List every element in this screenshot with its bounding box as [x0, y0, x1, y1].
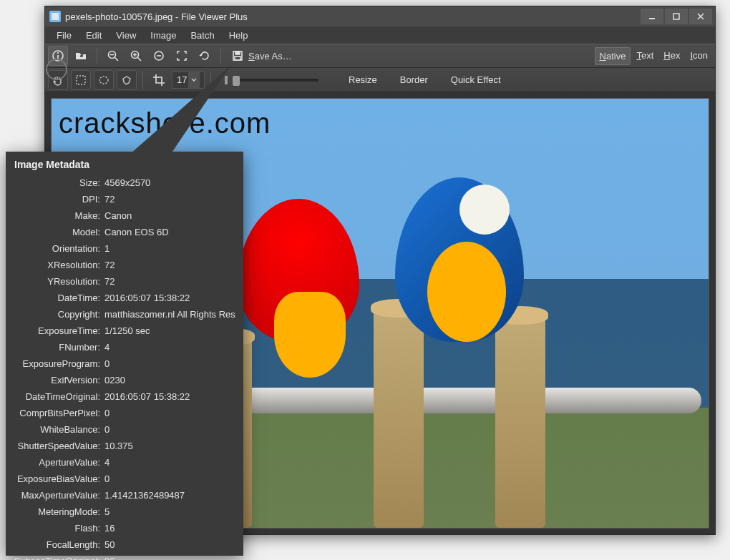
svg-point-7 [57, 52, 59, 54]
view-mode-icon[interactable]: Icon [686, 47, 712, 65]
metadata-value: 10.375 [104, 438, 239, 454]
slider-thumb[interactable] [233, 76, 240, 86]
metadata-key: Make: [10, 207, 104, 224]
metadata-key: DateTime: [10, 290, 104, 306]
view-mode-text[interactable]: Text [632, 47, 658, 65]
metadata-row: DateTimeOriginal:2016:05:07 15:38:22 [10, 388, 239, 405]
metadata-row: FNumber:4 [10, 339, 239, 355]
metadata-key: Size: [10, 175, 104, 191]
metadata-value: 96 [104, 553, 239, 560]
fullscreen-button[interactable] [172, 46, 192, 66]
zoom-slider[interactable] [223, 75, 318, 85]
zoom-in-button[interactable] [126, 46, 146, 66]
menu-batch[interactable]: Batch [183, 28, 221, 43]
metadata-key: MeteringMode: [10, 503, 104, 520]
metadata-value: 1 [104, 240, 239, 257]
ellipse-select-button[interactable] [94, 70, 114, 90]
menu-view[interactable]: View [109, 28, 143, 43]
crop-button[interactable] [149, 70, 169, 90]
metadata-key: ExposureProgram: [10, 355, 104, 372]
svg-line-9 [115, 58, 119, 62]
separator [142, 72, 143, 89]
view-mode-group: Native Text Hex Icon [595, 47, 712, 65]
metadata-key: Copyright: [10, 306, 104, 323]
svg-line-12 [138, 58, 142, 62]
metadata-row: Copyright:matthiaszomer.nl All Rights Re… [10, 306, 239, 323]
metadata-panel: Image Metadata Size:4569x2570DPI:72Make:… [6, 152, 243, 556]
metadata-key: WhiteBalance: [10, 421, 104, 438]
svg-rect-22 [225, 76, 228, 84]
metadata-key: Orientation: [10, 240, 104, 257]
metadata-row: MaxApertureValue:1.41421362489487 [10, 487, 239, 503]
metadata-value: 2016:05:07 15:38:22 [104, 388, 239, 405]
view-mode-native[interactable]: Native [595, 47, 631, 65]
metadata-value: 72 [104, 191, 239, 207]
quick-effect-button[interactable]: Quick Effect [441, 74, 511, 85]
metadata-key: Model: [10, 224, 104, 240]
metadata-value: 72 [104, 257, 239, 273]
titlebar: pexels-photo-100576.jpeg - File Viewer P… [45, 6, 715, 26]
svg-rect-18 [235, 51, 240, 54]
metadata-key: FocalLength: [10, 536, 104, 553]
image-toolbar: 17 Resize Border Quick Effect [45, 68, 715, 92]
metadata-key: MaxApertureValue: [10, 487, 104, 503]
metadata-value: 50 [104, 536, 239, 553]
metadata-row: DPI:72 [10, 191, 239, 207]
metadata-value: 0 [104, 421, 239, 438]
open-button[interactable] [71, 46, 91, 66]
metadata-row: Orientation:1 [10, 240, 239, 257]
metadata-key: DPI: [10, 191, 104, 207]
border-button[interactable]: Border [390, 74, 438, 85]
window-title: pexels-photo-100576.jpeg - File Viewer P… [65, 11, 248, 22]
zoom-reset-button[interactable] [149, 46, 169, 66]
metadata-heading: Image Metadata [10, 159, 239, 170]
metadata-value: 16 [104, 520, 239, 536]
menu-edit[interactable]: Edit [79, 28, 109, 43]
metadata-value: 5 [104, 503, 239, 520]
metadata-key: ComprBitsPerPixel: [10, 405, 104, 421]
separator [220, 47, 221, 64]
close-button[interactable] [689, 9, 712, 24]
metadata-row: ShutterSpeedValue:10.375 [10, 438, 239, 454]
maximize-button[interactable] [665, 9, 688, 24]
svg-rect-20 [77, 76, 85, 84]
metadata-row: ExposureBiasValue:0 [10, 471, 239, 487]
app-icon [49, 11, 61, 22]
save-as-button[interactable]: SSave As…ave As… [227, 49, 296, 62]
separator [97, 47, 97, 64]
metadata-row: WhiteBalance:0 [10, 421, 239, 438]
resize-button[interactable]: Resize [339, 74, 387, 85]
metadata-key: ShutterSpeedValue: [10, 438, 104, 454]
lasso-select-button[interactable] [117, 70, 137, 90]
metadata-value: Canon [104, 207, 239, 224]
metadata-rows: Size:4569x2570DPI:72Make:CanonModel:Cano… [10, 175, 239, 560]
view-mode-hex[interactable]: Hex [659, 47, 684, 65]
metadata-key: XResolution: [10, 257, 104, 273]
menubar: File Edit View Image Batch Help [45, 26, 715, 44]
info-button-highlight [46, 59, 67, 80]
minimize-button[interactable] [641, 9, 663, 24]
metadata-row: Model:Canon EOS 6D [10, 224, 239, 240]
metadata-row: ExifVersion:0230 [10, 372, 239, 388]
menu-image[interactable]: Image [143, 28, 183, 43]
metadata-value: matthiaszomer.nl All Rights Res [104, 306, 239, 323]
metadata-value: 2016:05:07 15:38:22 [104, 290, 239, 306]
zoom-out-button[interactable] [103, 46, 123, 66]
menu-file[interactable]: File [49, 28, 79, 43]
metadata-key: ApertureValue: [10, 454, 104, 471]
rotate-button[interactable] [195, 46, 215, 66]
menu-help[interactable]: Help [222, 28, 256, 43]
slider-track[interactable] [233, 79, 318, 82]
metadata-key: Flash: [10, 520, 104, 536]
metadata-value: 4569x2570 [104, 175, 239, 191]
metadata-key: ExposureBiasValue: [10, 471, 104, 487]
metadata-value: 4 [104, 339, 239, 355]
metadata-row: ApertureValue:4 [10, 454, 239, 471]
metadata-row: Size:4569x2570 [10, 175, 239, 191]
metadata-row: ExposureTime:1/1250 sec [10, 323, 239, 339]
svg-rect-0 [52, 13, 59, 20]
svg-rect-2 [673, 14, 679, 19]
metadata-row: ExposureProgram:0 [10, 355, 239, 372]
metadata-row: FocalLength:50 [10, 536, 239, 553]
rect-select-button[interactable] [71, 70, 91, 90]
